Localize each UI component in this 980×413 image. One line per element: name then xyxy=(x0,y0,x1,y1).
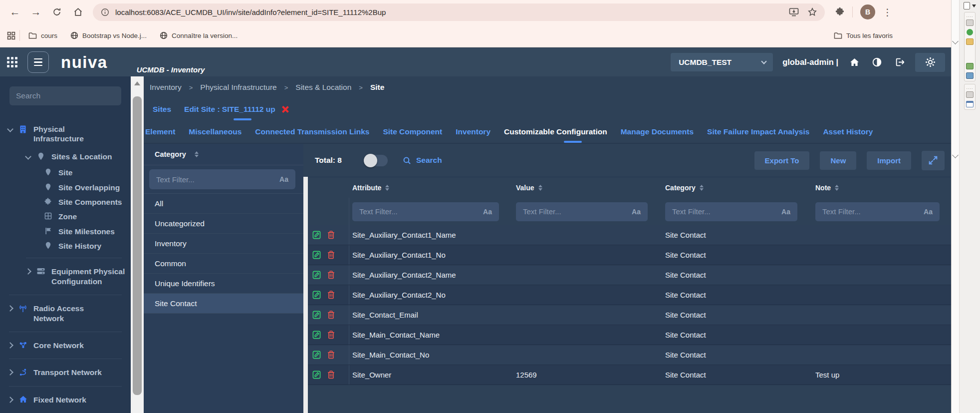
page-icon[interactable] xyxy=(964,2,970,9)
window-icon[interactable] xyxy=(966,101,974,107)
dropdown-arrow-icon[interactable] xyxy=(972,4,976,7)
delete-icon[interactable] xyxy=(327,311,335,319)
edit-icon[interactable] xyxy=(312,311,321,319)
category-panel-header[interactable]: Category xyxy=(144,144,303,165)
delete-icon[interactable] xyxy=(327,351,335,359)
column-attribute[interactable]: Attribute xyxy=(349,184,514,192)
sidebar-item-site-overlapping[interactable]: Site Overlapping xyxy=(0,180,131,195)
new-button[interactable]: New xyxy=(820,151,856,170)
tab-connected-transmission-links[interactable]: Connected Transmission Links xyxy=(255,127,369,136)
sidebar-item-core-network[interactable]: Core Network xyxy=(0,337,131,354)
chevron-down-icon[interactable] xyxy=(7,126,13,132)
site-info-icon[interactable] xyxy=(101,8,109,16)
tenant-selector[interactable]: UCMDB_TEST xyxy=(671,53,773,71)
sort-icon[interactable] xyxy=(700,185,704,191)
toggle-switch[interactable] xyxy=(365,155,388,166)
table-row[interactable]: Site_Auxiliary_Contact2_No Site Contact xyxy=(308,285,951,305)
reload-icon[interactable] xyxy=(48,3,66,21)
expand-button[interactable] xyxy=(922,151,945,170)
chevron-right-icon[interactable] xyxy=(7,369,13,376)
extensions-icon[interactable] xyxy=(835,7,845,17)
sidebar-item-site-components[interactable]: Site Components xyxy=(0,195,131,209)
category-column-filter[interactable]: Aa xyxy=(665,202,797,221)
attribute-filter-input[interactable] xyxy=(359,207,479,216)
category-item-all[interactable]: All xyxy=(144,194,303,214)
sidebar-item-equipment-physical-configuration[interactable]: Equipment Physical Configuration xyxy=(0,263,131,290)
avatar[interactable]: B xyxy=(860,4,875,19)
sidebar-item-fixed-network[interactable]: Fixed Network xyxy=(0,391,131,409)
sidebar-search-input[interactable] xyxy=(16,91,115,100)
drag-handle-icon[interactable]: .... xyxy=(966,14,973,16)
export-to-button[interactable]: Export To xyxy=(754,151,810,170)
value-filter[interactable]: Aa xyxy=(516,202,648,221)
delete-icon[interactable] xyxy=(327,271,335,279)
url-bar[interactable]: localhost:6083/ACE_UCMDB_UI/inv/site/add… xyxy=(93,3,825,21)
table-row[interactable]: Site_Auxiliary_Contact2_Name Site Contac… xyxy=(308,265,951,285)
category-item-site-contact[interactable]: Site Contact xyxy=(144,294,303,314)
close-icon[interactable] xyxy=(281,105,289,113)
scrollbar-thumb[interactable] xyxy=(133,96,142,395)
category-item-unique-identifiers[interactable]: Unique Identifiers xyxy=(144,274,303,294)
scroll-up-icon[interactable] xyxy=(134,81,140,85)
tab-asset-history[interactable]: Asset History xyxy=(823,127,873,136)
home-icon[interactable] xyxy=(69,3,87,21)
forward-icon[interactable]: → xyxy=(27,3,45,21)
print-icon[interactable] xyxy=(966,91,974,98)
chevron-down-icon[interactable] xyxy=(25,153,31,160)
chevron-right-icon[interactable] xyxy=(7,342,13,349)
delete-icon[interactable] xyxy=(327,371,335,379)
column-category[interactable]: Category xyxy=(664,184,813,192)
chevron-right-icon[interactable] xyxy=(7,305,13,312)
chevron-down-icon[interactable] xyxy=(952,152,959,158)
sidebar-item-site[interactable]: Site xyxy=(0,165,131,180)
table-search[interactable]: Search xyxy=(403,156,442,165)
url-text[interactable]: localhost:6083/ACE_UCMDB_UI/inv/site/add… xyxy=(115,8,783,16)
tab-miscellaneous[interactable]: Miscellaneous xyxy=(189,127,242,136)
sidebar-item-site-milestones[interactable]: Site Milestones xyxy=(0,224,131,239)
breadcrumb-sites-location[interactable]: Sites & Location xyxy=(295,83,351,92)
sidebar-item-radio-access-network[interactable]: Radio Access Network xyxy=(0,300,131,327)
delete-icon[interactable] xyxy=(327,251,335,259)
case-sensitive-toggle[interactable]: Aa xyxy=(924,208,933,216)
note-filter[interactable]: Aa xyxy=(815,202,940,221)
column-value[interactable]: Value xyxy=(514,184,664,192)
tab-sites[interactable]: Sites xyxy=(153,105,171,114)
delete-icon[interactable] xyxy=(327,291,335,299)
case-sensitive-toggle[interactable]: Aa xyxy=(279,175,288,183)
edit-icon[interactable] xyxy=(312,271,321,279)
edit-icon[interactable] xyxy=(312,331,321,339)
table-scrollbar[interactable] xyxy=(303,177,308,413)
table-row[interactable]: Site_Owner 12569 Site Contact Test up xyxy=(308,365,951,385)
category-item-common[interactable]: Common xyxy=(144,254,303,274)
table-row[interactable]: Site_Auxiliary_Contact1_Name Site Contac… xyxy=(308,225,951,245)
sidebar-item-site-history[interactable]: Site History xyxy=(0,239,131,253)
logout-icon[interactable] xyxy=(893,57,906,67)
category-item-uncategorized[interactable]: Uncategorized xyxy=(144,214,303,234)
chevron-right-icon[interactable] xyxy=(25,269,31,275)
category-filter[interactable]: Aa xyxy=(149,169,295,189)
sort-icon[interactable] xyxy=(538,185,542,191)
chevron-down-icon[interactable] xyxy=(952,38,959,44)
settings-button[interactable] xyxy=(915,53,945,72)
back-icon[interactable]: ← xyxy=(6,3,24,21)
column-note[interactable]: Note xyxy=(813,184,951,192)
sidebar-item-zone[interactable]: Zone xyxy=(0,209,131,224)
table-row[interactable]: Site_Contact_Email Site Contact xyxy=(308,305,951,325)
bookmark-star-icon[interactable] xyxy=(808,7,817,16)
import-button[interactable]: Import xyxy=(867,151,911,170)
apps-grid-icon[interactable] xyxy=(7,31,15,40)
print-icon[interactable] xyxy=(966,19,974,26)
delete-icon[interactable] xyxy=(327,231,335,239)
team-icon[interactable] xyxy=(966,72,974,79)
table-row[interactable]: Site_Auxiliary_Contact1_No Site Contact xyxy=(308,245,951,265)
breadcrumb-inventory[interactable]: Inventory xyxy=(150,83,182,92)
tab-site-component[interactable]: Site Component xyxy=(383,127,442,136)
sort-icon[interactable] xyxy=(385,185,389,191)
table-row[interactable]: Site_Main_Contact_No Site Contact xyxy=(308,345,951,365)
tab-manage-documents[interactable]: Manage Documents xyxy=(621,127,694,136)
category-column-filter-input[interactable] xyxy=(672,207,777,216)
browser-menu-icon[interactable]: ⋮ xyxy=(883,6,892,18)
tab-edit-site[interactable]: Edit Site : SITE_11112 up xyxy=(184,105,289,114)
edit-icon[interactable] xyxy=(312,351,321,359)
sidebar-search[interactable] xyxy=(9,86,121,105)
